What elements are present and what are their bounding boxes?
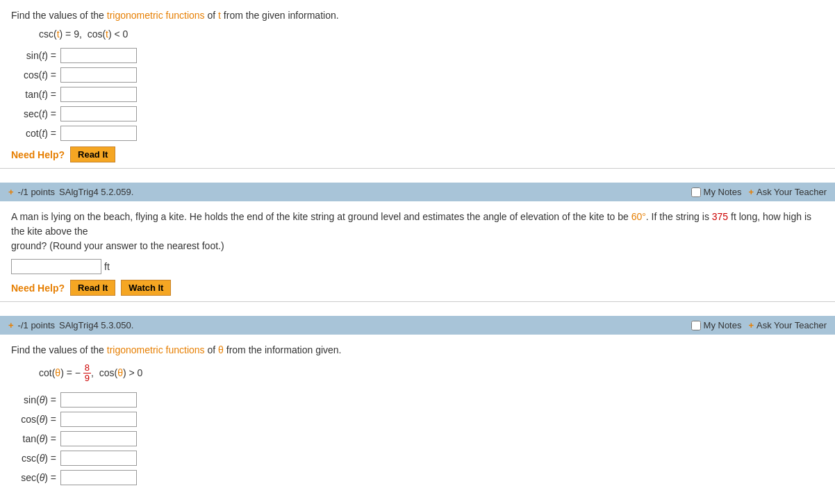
sec-theta-input[interactable] xyxy=(60,470,137,485)
problem2-header-left: + -/1 points SAlgTrig4 5.2.059. xyxy=(8,187,133,197)
problem2-points: -/1 points xyxy=(18,187,55,197)
problem3-text: Find the values of the trigonometric fun… xyxy=(11,343,824,358)
sin-theta-row: sin(θ) = xyxy=(11,392,824,408)
problem3-header: + -/1 points SAlgTrig4 5.3.050. My Notes… xyxy=(0,316,835,335)
sin-t-row: sin(t) = xyxy=(11,48,824,63)
problem2-answer-input[interactable] xyxy=(11,259,101,274)
problem3-highlight-theta: θ xyxy=(218,344,224,355)
sec-theta-row: sec(θ) = xyxy=(11,470,824,485)
problem1-given: csc(t) = 9, cos(t) < 0 xyxy=(39,28,824,40)
sec-t-row: sec(t) = xyxy=(11,106,824,121)
problem2-text: A man is lying on the beach, flying a ki… xyxy=(11,210,824,253)
tan-t-row: tan(t) = xyxy=(11,87,824,102)
problem2-ask-teacher-text: Ask Your Teacher xyxy=(757,187,827,197)
cot-t-input[interactable] xyxy=(60,126,137,141)
problem3-header-left: + -/1 points SAlgTrig4 5.3.050. xyxy=(8,320,133,330)
csc-theta-label: csc(θ) = xyxy=(11,453,56,464)
problem1-highlight-trig: trigonometric functions xyxy=(107,10,205,21)
problem3-header-right: My Notes + Ask Your Teacher xyxy=(691,320,827,330)
tan-theta-row: tan(θ) = xyxy=(11,431,824,446)
problem2-content: A man is lying on the beach, flying a ki… xyxy=(0,201,835,301)
sec-theta-label: sec(θ) = xyxy=(11,472,56,483)
spacer1 xyxy=(0,169,835,183)
problem3-highlight-trig: trigonometric functions xyxy=(107,344,205,355)
spacer2 xyxy=(0,302,835,316)
problem1-read-it-button[interactable]: Read It xyxy=(70,146,115,162)
problem3-plus-icon[interactable]: + xyxy=(8,320,14,330)
problem2-header: + -/1 points SAlgTrig4 5.2.059. My Notes… xyxy=(0,183,835,201)
cos-theta-input[interactable] xyxy=(60,412,137,427)
problem2-notes-label[interactable]: My Notes xyxy=(691,187,742,197)
cot-t-row: cot(t) = xyxy=(11,126,824,141)
problem1-text: Find the values of the trigonometric fun… xyxy=(11,8,824,23)
problem2-answer-row: ft xyxy=(11,259,824,274)
problem3-id: SAlgTrig4 5.3.050. xyxy=(59,320,133,330)
problem3-fraction: 8 9 xyxy=(83,363,91,384)
cot-t-label: cot(t) = xyxy=(11,128,56,139)
cos-theta-row: cos(θ) = xyxy=(11,412,824,427)
sec-t-label: sec(t) = xyxy=(11,108,56,119)
cos-t-input[interactable] xyxy=(60,67,137,83)
problem2-unit: ft xyxy=(104,261,110,272)
problem3-ask-teacher-plus: + xyxy=(748,320,754,330)
problem1-content: Find the values of the trigonometric fun… xyxy=(0,0,835,168)
problem2-ask-teacher-plus: + xyxy=(748,187,754,197)
sin-t-label: sin(t) = xyxy=(11,50,56,61)
problem2-ask-teacher[interactable]: + Ask Your Teacher xyxy=(748,187,827,197)
problem3-ask-teacher[interactable]: + Ask Your Teacher xyxy=(748,320,827,330)
problem3-notes-checkbox[interactable] xyxy=(691,321,701,330)
problem3-section: + -/1 points SAlgTrig4 5.3.050. My Notes… xyxy=(0,316,835,495)
problem2-section: + -/1 points SAlgTrig4 5.2.059. My Notes… xyxy=(0,183,835,301)
problem2-header-right: My Notes + Ask Your Teacher xyxy=(691,187,827,197)
sin-t-input[interactable] xyxy=(60,48,137,63)
problem2-watch-it-button[interactable]: Watch It xyxy=(121,280,171,296)
cos-theta-label: cos(θ) = xyxy=(11,414,56,425)
problem3-notes-text: My Notes xyxy=(704,320,742,330)
sec-t-input[interactable] xyxy=(60,106,137,121)
problem1-section: Find the values of the trigonometric fun… xyxy=(0,0,835,168)
problem3-points: -/1 points xyxy=(18,320,55,330)
problem1-need-help: Need Help? Read It xyxy=(11,146,824,162)
problem2-notes-checkbox[interactable] xyxy=(691,187,701,197)
problem2-read-it-button[interactable]: Read It xyxy=(70,280,115,296)
problem3-notes-label[interactable]: My Notes xyxy=(691,320,742,330)
problem3-content: Find the values of the trigonometric fun… xyxy=(0,335,835,495)
tan-t-label: tan(t) = xyxy=(11,89,56,100)
problem1-highlight-t: t xyxy=(218,10,221,21)
problem3-ask-teacher-text: Ask Your Teacher xyxy=(757,320,827,330)
problem2-notes-text: My Notes xyxy=(704,187,742,197)
sin-theta-input[interactable] xyxy=(60,392,137,408)
problem2-length: 375 xyxy=(712,211,728,222)
tan-theta-label: tan(θ) = xyxy=(11,433,56,444)
cos-t-label: cos(t) = xyxy=(11,69,56,81)
problem3-given: cot(θ) = − 8 9 , cos(θ) > 0 xyxy=(39,363,824,384)
tan-t-input[interactable] xyxy=(60,87,137,102)
problem3-denominator: 9 xyxy=(83,373,91,383)
cos-t-row: cos(t) = xyxy=(11,67,824,83)
problem1-need-help-label: Need Help? xyxy=(11,149,65,160)
problem2-angle: 60° xyxy=(631,211,646,222)
problem2-need-help-label: Need Help? xyxy=(11,283,65,294)
problem3-numerator: 8 xyxy=(83,363,91,373)
problem2-plus-icon[interactable]: + xyxy=(8,187,14,197)
problem2-id: SAlgTrig4 5.2.059. xyxy=(59,187,133,197)
sin-theta-label: sin(θ) = xyxy=(11,394,56,405)
csc-theta-row: csc(θ) = xyxy=(11,451,824,466)
tan-theta-input[interactable] xyxy=(60,431,137,446)
problem2-need-help: Need Help? Read It Watch It xyxy=(11,280,824,296)
csc-theta-input[interactable] xyxy=(60,451,137,466)
